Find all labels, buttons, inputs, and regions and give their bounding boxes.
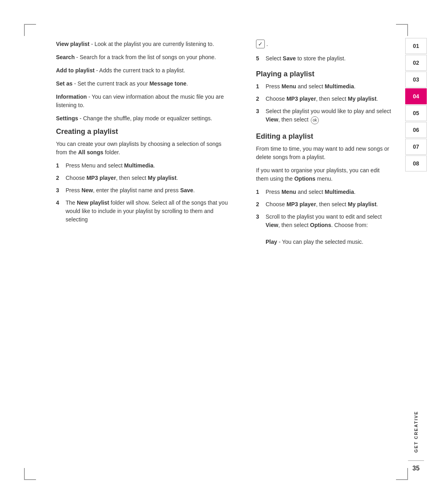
- creating-step-2: 2 Choose MP3 player, then select My play…: [56, 174, 232, 182]
- settings-bold: Settings: [56, 115, 78, 122]
- checkbox-para: .: [256, 40, 392, 49]
- playing-step-text-3: Select the playlist you would like to pl…: [266, 107, 392, 124]
- creating-intro: You can create your own playlists by cho…: [56, 140, 232, 157]
- step-num-2: 2: [56, 174, 63, 182]
- step-num-3: 3: [56, 186, 63, 195]
- nav-item-02[interactable]: 02: [405, 55, 427, 71]
- play-sub-bold: Play: [266, 239, 277, 245]
- step-text-3: Press New, enter the playlist name and p…: [66, 186, 232, 195]
- creating-step-1: 1 Press Menu and select Multimedia.: [56, 161, 232, 170]
- playing-step-2: 2 Choose MP3 player, then select My play…: [256, 95, 392, 103]
- playing-step-text-2: Choose MP3 player, then select My playli…: [266, 95, 392, 103]
- playing-heading: Playing a playlist: [256, 70, 392, 78]
- editing-step-text-2: Choose MP3 player, then select My playli…: [266, 200, 392, 209]
- nav-item-08[interactable]: 08: [405, 155, 427, 171]
- sidebar-divider: [408, 460, 424, 461]
- playing-step-1: 1 Press Menu and select Multimedia.: [256, 82, 392, 91]
- editing-step-num-3: 3: [256, 213, 263, 246]
- page-container: View playlist - Look at the playlist you…: [0, 0, 432, 504]
- information-bold: Information: [56, 94, 87, 100]
- message-tone-bold: Message tone: [149, 80, 186, 87]
- creating-heading: Creating a playlist: [56, 127, 232, 136]
- set-as-bold: Set as: [56, 80, 72, 87]
- right-column: . 5 Select Save to store the playlist. P…: [248, 40, 392, 464]
- search-bold: Search: [56, 54, 75, 60]
- playing-step-3: 3 Select the playlist you would like to …: [256, 107, 392, 124]
- nav-item-07[interactable]: 07: [405, 139, 427, 155]
- step-num-4: 4: [56, 199, 63, 224]
- sidebar-wrapper: 01 02 03 04 05 06 07 08 GET CREATIVE 35: [400, 0, 432, 504]
- editing-heading: Editing a playlist: [256, 132, 392, 141]
- checkbox-icon: [256, 40, 265, 48]
- ok-button-icon: ok: [311, 116, 319, 124]
- editing-step-text-3: Scroll to the playlist you want to edit …: [266, 213, 392, 246]
- playing-step-num-3: 3: [256, 107, 263, 124]
- step-text-1: Press Menu and select Multimedia.: [66, 161, 232, 170]
- view-playlist-bold: View playlist: [56, 41, 90, 47]
- editing-intro-1: From time to time, you may want to add n…: [256, 145, 392, 161]
- editing-intro-2: If you want to organise your playlists, …: [256, 166, 392, 183]
- add-to-playlist-para: Add to playlist - Adds the current track…: [56, 66, 232, 75]
- creating-step-4: 4 The New playlist folder will show. Sel…: [56, 199, 232, 224]
- nav-item-03[interactable]: 03: [405, 72, 427, 88]
- nav-item-01[interactable]: 01: [405, 38, 427, 54]
- editing-step-3: 3 Scroll to the playlist you want to edi…: [256, 213, 392, 246]
- editing-step-num-2: 2: [256, 200, 263, 209]
- step-text-2: Choose MP3 player, then select My playli…: [66, 174, 232, 182]
- step-5: 5 Select Save to store the playlist.: [256, 54, 392, 63]
- nav-item-06[interactable]: 06: [405, 122, 427, 138]
- main-content: View playlist - Look at the playlist you…: [0, 0, 432, 504]
- editing-step-1: 1 Press Menu and select Multimedia.: [256, 188, 392, 196]
- nav-item-04[interactable]: 04: [405, 88, 427, 104]
- settings-para: Settings - Change the shuffle, play mode…: [56, 114, 232, 123]
- page-number: 35: [412, 465, 420, 472]
- step-num-1: 1: [56, 161, 63, 170]
- playing-step-num-2: 2: [256, 95, 263, 103]
- step-text-5: Select Save to store the playlist.: [266, 54, 392, 63]
- creating-step-3: 3 Press New, enter the playlist name and…: [56, 186, 232, 195]
- editing-step-2: 2 Choose MP3 player, then select My play…: [256, 200, 392, 209]
- get-creative-label: GET CREATIVE: [414, 411, 418, 452]
- nav-item-05[interactable]: 05: [405, 105, 427, 121]
- add-to-playlist-bold: Add to playlist: [56, 67, 94, 74]
- step-num-5: 5: [256, 54, 263, 63]
- left-column: View playlist - Look at the playlist you…: [56, 40, 248, 464]
- search-para: Search - Search for a track from the lis…: [56, 53, 232, 62]
- view-playlist-para: View playlist - Look at the playlist you…: [56, 40, 232, 48]
- playing-step-text-1: Press Menu and select Multimedia.: [266, 82, 392, 91]
- options-bold: Options: [294, 175, 316, 182]
- step-text-4: The New playlist folder will show. Selec…: [66, 199, 232, 224]
- information-para: Information - You can view information a…: [56, 93, 232, 110]
- editing-step-num-1: 1: [256, 188, 263, 196]
- all-songs-bold: All songs: [78, 149, 103, 155]
- editing-step-text-1: Press Menu and select Multimedia.: [266, 188, 392, 196]
- playing-step-num-1: 1: [256, 82, 263, 91]
- set-as-para: Set as - Set the current track as your M…: [56, 80, 232, 88]
